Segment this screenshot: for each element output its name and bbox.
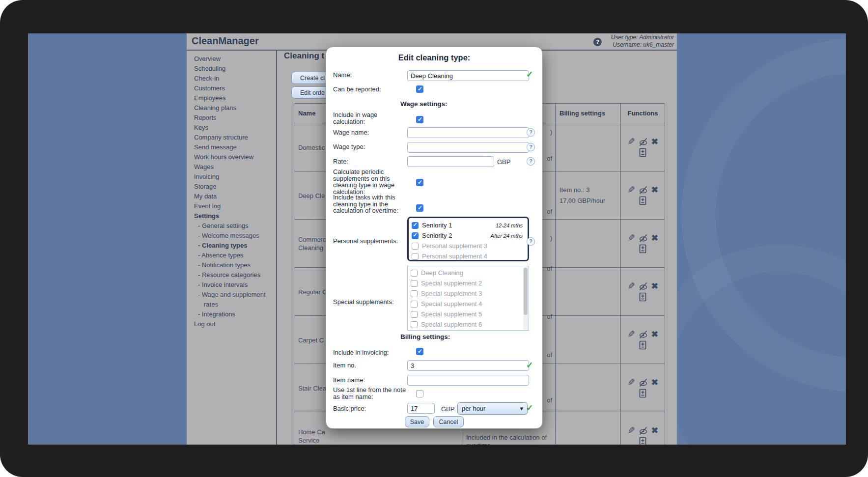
- sidebar-item-integrations[interactable]: - Integrations: [194, 309, 282, 319]
- delete-icon[interactable]: ✖: [651, 378, 658, 387]
- supplement-checkbox[interactable]: [412, 253, 419, 260]
- rate-help-icon[interactable]: ?: [527, 157, 535, 166]
- supplement-item-seniority-2[interactable]: Seniority 2After 24 mths: [412, 230, 525, 241]
- sidebar-item-storage[interactable]: Storage: [194, 182, 282, 192]
- edit-icon[interactable]: ✎: [627, 138, 635, 146]
- sidebar-item-scheduling[interactable]: Scheduling: [194, 64, 282, 74]
- supplement-checkbox[interactable]: [411, 301, 418, 308]
- wage-name-input[interactable]: [407, 127, 529, 138]
- supplement-item-deep-cleaning[interactable]: Deep Cleaning: [411, 268, 526, 278]
- sidebar-item-cleaning-plans[interactable]: Cleaning plans: [194, 103, 282, 113]
- include-wage-checkbox[interactable]: [416, 116, 423, 123]
- sidebar-item-notification-types[interactable]: - Notification types: [194, 260, 282, 270]
- sidebar-item-wages[interactable]: Wages: [194, 162, 282, 172]
- copy-amount-icon[interactable]: [639, 148, 647, 157]
- copy-amount-icon[interactable]: [639, 244, 647, 253]
- help-icon[interactable]: ?: [593, 38, 602, 46]
- supplement-item-personal-supplement-3[interactable]: Personal supplement 3: [412, 241, 525, 251]
- sidebar-item-my-data[interactable]: My data: [194, 192, 282, 201]
- personal-supplements-help-icon[interactable]: ?: [527, 237, 535, 246]
- use-first-line-checkbox[interactable]: [416, 390, 423, 397]
- delete-icon[interactable]: ✖: [651, 330, 658, 339]
- include-tasks-checkbox[interactable]: [416, 204, 423, 212]
- basic-price-input[interactable]: [407, 403, 435, 414]
- calc-periodic-checkbox[interactable]: [416, 179, 423, 186]
- supplement-item-special-supplement-5[interactable]: Special supplement 5: [411, 309, 526, 319]
- copy-amount-icon[interactable]: [639, 437, 647, 445]
- copy-amount-icon[interactable]: [639, 340, 647, 350]
- can-be-reported-checkbox[interactable]: [416, 85, 423, 93]
- supplement-checkbox[interactable]: [411, 270, 418, 277]
- sidebar-item-settings[interactable]: Settings: [194, 211, 282, 221]
- supplement-item-personal-supplement-4[interactable]: Personal supplement 4: [412, 251, 525, 261]
- wage-type-label: Wage type:: [333, 143, 407, 150]
- copy-amount-icon[interactable]: [639, 196, 647, 205]
- supplement-checkbox[interactable]: [412, 232, 419, 239]
- sidebar-item-company-structure[interactable]: Company structure: [194, 133, 282, 142]
- edit-icon[interactable]: ✎: [627, 378, 635, 387]
- sidebar-item-event-log[interactable]: Event log: [194, 201, 282, 211]
- item-name-input[interactable]: [407, 375, 529, 386]
- edit-icon[interactable]: ✎: [627, 282, 635, 291]
- sidebar-item-customers[interactable]: Customers: [194, 84, 282, 93]
- sidebar-item-welcome-messages[interactable]: - Welcome messages: [194, 231, 282, 241]
- sidebar-item-check-in[interactable]: Check-in: [194, 74, 282, 84]
- hide-eye-slash-icon[interactable]: [638, 137, 648, 147]
- supplement-checkbox[interactable]: [412, 243, 419, 250]
- sidebar-item-invoicing[interactable]: Invoicing: [194, 172, 282, 182]
- wage-type-help-icon[interactable]: ?: [527, 143, 535, 151]
- hide-eye-slash-icon[interactable]: [638, 426, 648, 436]
- delete-icon[interactable]: ✖: [651, 138, 658, 146]
- supplement-checkbox[interactable]: [411, 311, 418, 318]
- hide-eye-slash-icon[interactable]: [638, 378, 648, 388]
- supplement-item-special-supplement-2[interactable]: Special supplement 2: [411, 278, 526, 288]
- edit-icon[interactable]: ✎: [627, 186, 635, 195]
- include-invoicing-checkbox[interactable]: [416, 348, 423, 355]
- sidebar-item-reports[interactable]: Reports: [194, 113, 282, 123]
- sidebar-item-invoice-intervals[interactable]: - Invoice intervals: [194, 280, 282, 290]
- item-no-input[interactable]: [407, 360, 529, 371]
- wage-type-input[interactable]: [407, 142, 529, 153]
- supplement-item-seniority-1[interactable]: Seniority 112-24 mths: [412, 220, 525, 230]
- edit-icon[interactable]: ✎: [627, 330, 635, 339]
- billing-line: Item no.: 3: [560, 185, 605, 196]
- sidebar-item-resource-categories[interactable]: - Resource categories: [194, 270, 282, 280]
- rate-input[interactable]: [407, 156, 494, 167]
- delete-icon[interactable]: ✖: [651, 234, 658, 243]
- sidebar-item-overview[interactable]: Overview: [194, 54, 282, 64]
- copy-amount-icon[interactable]: [639, 292, 647, 302]
- sidebar-item-wage-and-supplement-rates[interactable]: - Wage and supplement rates: [194, 290, 278, 309]
- hide-eye-slash-icon[interactable]: [638, 185, 648, 195]
- copy-amount-icon[interactable]: [639, 389, 647, 398]
- supplement-item-special-supplement-6[interactable]: Special supplement 6: [411, 319, 526, 330]
- supplement-checkbox[interactable]: [411, 290, 418, 297]
- supplement-checkbox[interactable]: [411, 280, 418, 287]
- delete-icon[interactable]: ✖: [651, 186, 658, 195]
- edit-icon[interactable]: ✎: [627, 234, 635, 243]
- supplement-item-special-supplement-4[interactable]: Special supplement 4: [411, 299, 526, 309]
- supplement-checkbox[interactable]: [412, 222, 419, 229]
- name-input[interactable]: [407, 70, 529, 81]
- supplement-label: Seniority 1: [422, 222, 452, 229]
- sidebar-item-general-settings[interactable]: - General settings: [194, 221, 282, 231]
- edit-icon[interactable]: ✎: [627, 426, 635, 435]
- delete-icon[interactable]: ✖: [651, 426, 658, 435]
- wage-name-help-icon[interactable]: ?: [527, 128, 535, 137]
- wage-text-fragment: of: [547, 351, 552, 359]
- cancel-button[interactable]: Cancel: [433, 416, 464, 427]
- price-unit-select[interactable]: per hour ▾: [457, 402, 528, 415]
- sidebar-item-keys[interactable]: Keys: [194, 123, 282, 133]
- sidebar-item-work-hours-overview[interactable]: Work hours overview: [194, 152, 282, 162]
- sidebar-item-absence-types[interactable]: - Absence types: [194, 251, 282, 260]
- sidebar-item-cleaning-types[interactable]: - Cleaning types: [194, 241, 282, 251]
- sidebar-item-employees[interactable]: Employees: [194, 93, 282, 103]
- hide-eye-slash-icon[interactable]: [638, 281, 648, 291]
- supplement-checkbox[interactable]: [411, 321, 418, 328]
- supplement-item-special-supplement-3[interactable]: Special supplement 3: [411, 288, 526, 299]
- delete-icon[interactable]: ✖: [651, 282, 658, 291]
- save-button[interactable]: Save: [405, 416, 429, 427]
- sidebar-item-send-message[interactable]: Send message: [194, 142, 282, 152]
- sidebar-item-log-out[interactable]: Log out: [194, 319, 282, 329]
- hide-eye-slash-icon[interactable]: [638, 330, 648, 339]
- hide-eye-slash-icon[interactable]: [638, 233, 648, 243]
